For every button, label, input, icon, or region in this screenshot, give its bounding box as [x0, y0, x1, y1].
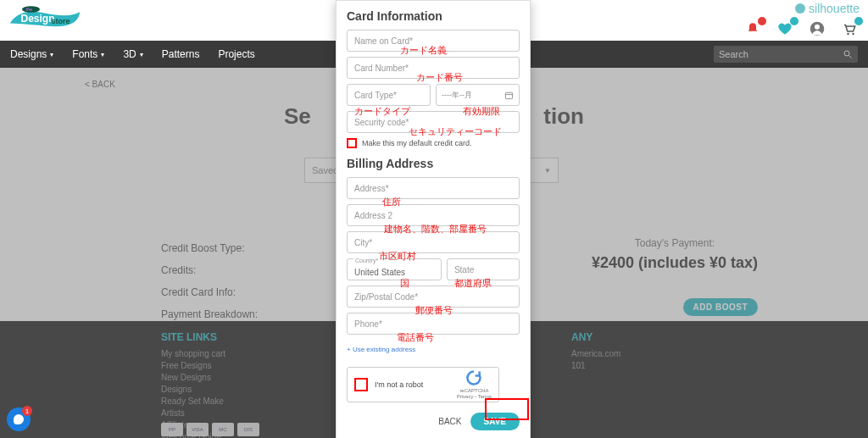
modal-save-button[interactable]: SAVE [470, 413, 520, 430]
svg-point-6 [847, 33, 849, 35]
address-input[interactable] [347, 177, 520, 199]
notifications-icon[interactable] [744, 20, 761, 37]
recaptcha-label: I'm not a robot [375, 380, 423, 389]
modal-actions: BACK SAVE [347, 413, 520, 430]
card-number-input[interactable] [347, 57, 520, 79]
expiry-input[interactable]: ----年--月 [436, 84, 520, 106]
chevron-down-icon: ▾ [101, 51, 104, 58]
svg-point-7 [852, 33, 854, 35]
brand-dot-icon [795, 3, 805, 14]
nav-3d[interactable]: 3D▾ [123, 48, 142, 60]
cart-icon[interactable] [841, 20, 858, 37]
chat-badge: 1 [22, 406, 32, 416]
expiry-placeholder: ----年--月 [442, 90, 472, 101]
site-logo[interactable]: Design store the [7, 3, 83, 39]
svg-line-9 [849, 56, 852, 58]
recaptcha-logo-icon: reCAPTCHA Privacy - Terms [457, 369, 492, 400]
silhouette-brand[interactable]: silhouette [795, 2, 860, 15]
svg-point-5 [815, 25, 820, 30]
chevron-down-icon: ▾ [140, 51, 143, 58]
zip-input[interactable] [347, 286, 520, 308]
default-card-label: Make this my default credit card. [362, 139, 472, 147]
svg-text:Design: Design [21, 13, 55, 25]
svg-point-8 [844, 51, 849, 56]
nav-search[interactable] [714, 46, 858, 63]
card-info-heading: Card Information [347, 9, 520, 23]
modal-back-button[interactable]: BACK [438, 417, 461, 426]
wishlist-icon[interactable] [776, 20, 793, 37]
nav-projects[interactable]: Projects [218, 48, 254, 60]
calendar-icon [504, 91, 514, 100]
nav-patterns[interactable]: Patterns [162, 48, 200, 60]
search-input[interactable] [719, 49, 843, 59]
wishlist-badge [790, 17, 798, 25]
recaptcha[interactable]: I'm not a robot reCAPTCHA Privacy - Term… [347, 367, 499, 402]
svg-rect-10 [505, 92, 512, 98]
chat-icon [14, 414, 24, 424]
use-existing-link[interactable]: + Use existing address [347, 346, 415, 353]
city-input[interactable] [347, 231, 520, 253]
svg-text:the: the [26, 7, 32, 12]
nav-fonts[interactable]: Fonts▾ [72, 48, 104, 60]
cart-badge [854, 17, 863, 25]
chat-bubble[interactable]: 1 [7, 408, 31, 431]
design-store-logo-icon: Design store the [7, 3, 83, 36]
recaptcha-checkbox[interactable] [354, 378, 368, 391]
chevron-down-icon: ▾ [50, 51, 53, 58]
card-type-select[interactable] [347, 84, 431, 106]
search-icon [843, 49, 853, 59]
header-icons [744, 20, 858, 37]
billing-heading: Billing Address [347, 157, 520, 170]
svg-text:store: store [52, 17, 70, 25]
security-code-input[interactable] [347, 111, 520, 133]
nav-designs[interactable]: Designs▾ [10, 48, 53, 60]
card-modal: Card Information ----年--月 Make this my d… [336, 0, 531, 438]
phone-input[interactable] [347, 313, 520, 335]
brand-text: silhouette [809, 2, 860, 15]
notifications-badge [758, 17, 766, 25]
account-icon[interactable] [809, 20, 826, 37]
country-mini-label: Country* [353, 258, 380, 264]
name-on-card-input[interactable] [347, 30, 520, 52]
address2-input[interactable] [347, 204, 520, 226]
default-card-checkbox[interactable] [347, 138, 357, 148]
state-select[interactable] [447, 258, 520, 280]
default-card-row[interactable]: Make this my default credit card. [347, 138, 520, 148]
